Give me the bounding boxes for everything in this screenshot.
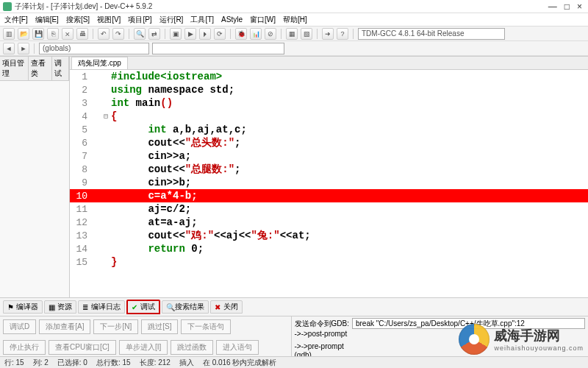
debug-icon[interactable]: 🐞 (235, 28, 247, 40)
open-file-icon[interactable]: 📂 (18, 28, 29, 40)
menu-edit[interactable]: 编辑[E] (35, 15, 59, 25)
tab-search-results[interactable]: 🔍搜索结果 (162, 300, 209, 314)
code-line: int a,b,aj,at,c; (110, 124, 247, 135)
line-number: 3 (70, 98, 92, 109)
next-step-button[interactable]: 下一步[N] (93, 319, 138, 334)
window-controls: — □ × (548, 1, 585, 12)
line-number: 7 (70, 151, 92, 162)
menu-search[interactable]: 搜索[S] (66, 15, 90, 25)
sidebar-tab-debug[interactable]: 调试 (52, 57, 69, 80)
step-stmt-button[interactable]: 进入语句 (216, 340, 259, 355)
print-icon[interactable]: 🖶 (76, 28, 88, 40)
compile-run-icon[interactable]: ⏵ (199, 28, 211, 40)
help-icon[interactable]: ? (337, 28, 348, 40)
status-selection: 已选择: 0 (57, 358, 87, 368)
new-project-icon[interactable]: ▦ (286, 28, 298, 40)
rebuild-icon[interactable]: ⟳ (214, 28, 226, 40)
sidebar-tab-classes[interactable]: 查看类 (29, 57, 51, 80)
gdb-send-label: 发送命令到GDB: (295, 319, 349, 329)
replace-icon[interactable]: ⇄ (148, 28, 160, 40)
resources-icon: ▦ (49, 303, 56, 311)
menu-view[interactable]: 视图[V] (97, 15, 121, 25)
line-number: 6 (70, 138, 92, 149)
profile-icon[interactable]: 📊 (250, 28, 262, 40)
watermark-text: 威海手游网 (494, 328, 560, 343)
compiler-select[interactable]: TDM-GCC 4.8.1 64-bit Release (358, 28, 505, 40)
code-line: aj=c/2; (110, 203, 191, 215)
watermark: 威海手游网 weihaishouyouwang.com (459, 324, 584, 355)
open-project-icon[interactable]: ▧ (301, 28, 312, 40)
back-icon[interactable]: ◄ (3, 43, 15, 54)
cpu-window-button[interactable]: 查看CPU窗口[C] (49, 340, 116, 355)
separator (281, 29, 282, 39)
menu-file[interactable]: 文件[F] (4, 15, 28, 25)
separator (353, 29, 354, 39)
maximize-button[interactable]: □ (564, 1, 570, 12)
sidebar: 项目管理 查看类 调试 (0, 57, 70, 297)
separator (93, 29, 93, 39)
step-into-button[interactable]: 单步进入[I] (119, 340, 168, 355)
separator (317, 29, 318, 39)
app-icon (3, 2, 12, 11)
tab-compiler[interactable]: ⚑编译器 (3, 300, 43, 314)
symbol-select[interactable] (152, 43, 284, 54)
line-number: 11 (70, 204, 92, 215)
stop-icon[interactable]: ⊘ (265, 28, 276, 40)
log-icon: ≣ (82, 303, 90, 311)
minimize-button[interactable]: — (548, 1, 557, 12)
tab-compile-log[interactable]: ≣编译日志 (78, 300, 125, 314)
line-number: 9 (70, 177, 92, 188)
status-total-lines: 总行数: 15 (96, 358, 131, 368)
menu-project[interactable]: 项目[P] (128, 15, 151, 25)
status-parse-time: 在 0.016 秒内完成解析 (203, 358, 277, 368)
save-icon[interactable]: 💾 (32, 28, 44, 40)
new-file-icon[interactable]: ▥ (3, 28, 15, 40)
goto-icon[interactable]: ➜ (322, 28, 334, 40)
file-tab-active[interactable]: 鸡兔同笼.cpp (71, 57, 128, 69)
find-icon[interactable]: 🔍 (134, 28, 146, 40)
code-line: cout<<"鸡:"<<aj<<"兔:"<<at; (110, 229, 311, 242)
menu-tools[interactable]: 工具[T] (190, 15, 214, 25)
skip-button[interactable]: 跳过[S] (141, 319, 178, 334)
main-area: 项目管理 查看类 调试 鸡兔同笼.cpp 1#include<iostream>… (0, 56, 588, 297)
run-icon[interactable]: ▶ (184, 28, 196, 40)
redo-icon[interactable]: ↷ (112, 28, 124, 40)
add-watch-button[interactable]: 添加查看[A] (39, 319, 90, 334)
menu-window[interactable]: 窗口[W] (250, 15, 276, 25)
compiler-icon: ⚑ (7, 303, 15, 311)
close-button[interactable]: × (577, 1, 582, 12)
code-line: { (110, 110, 117, 122)
code-editor[interactable]: 1#include<iostream> 2using namespace std… (70, 70, 588, 297)
menu-astyle[interactable]: AStyle (221, 15, 243, 24)
code-line: cin>>a; (110, 150, 191, 162)
check-icon: ✔ (132, 303, 139, 311)
scope-select[interactable]: (globals) (39, 43, 149, 54)
separator (230, 29, 231, 39)
status-bar: 行: 15 列: 2 已选择: 0 总行数: 15 长度: 212 插入 在 0… (0, 356, 588, 368)
fold-icon[interactable]: ⊟ (102, 112, 110, 121)
step-over-button[interactable]: 跳过函数 (171, 340, 213, 355)
bottom-tabs: ⚑编译器 ▦资源 ≣编译日志 ✔调试 🔍搜索结果 ✖关闭 (0, 298, 588, 316)
tab-close[interactable]: ✖关闭 (210, 300, 243, 314)
code-line: int main() (110, 97, 173, 109)
close-file-icon[interactable]: ⨯ (62, 28, 74, 40)
line-number: 1 (70, 71, 92, 82)
code-line: #include<iostream> (110, 71, 222, 82)
next-stmt-button[interactable]: 下一条语句 (181, 319, 231, 334)
undo-icon[interactable]: ↶ (98, 28, 110, 40)
editor-area: 鸡兔同笼.cpp 1#include<iostream> 2using name… (70, 57, 588, 297)
line-number: 12 (70, 217, 92, 228)
forward-icon[interactable]: ► (18, 43, 29, 54)
tab-resources[interactable]: ▦资源 (44, 300, 76, 314)
stop-debug-button[interactable]: 停止执行 (3, 340, 46, 355)
compile-icon[interactable]: ▣ (170, 28, 182, 40)
sidebar-tab-project[interactable]: 项目管理 (0, 57, 29, 80)
code-line: using namespace std; (110, 84, 234, 96)
tab-debug[interactable]: ✔调试 (126, 300, 160, 314)
save-all-icon[interactable]: ⎘ (47, 28, 59, 40)
menu-help[interactable]: 帮助[H] (283, 15, 307, 25)
debug-button[interactable]: 调试D (3, 319, 36, 334)
search-icon: 🔍 (166, 303, 173, 311)
menu-run[interactable]: 运行[R] (159, 15, 184, 25)
line-number: 13 (70, 230, 92, 241)
